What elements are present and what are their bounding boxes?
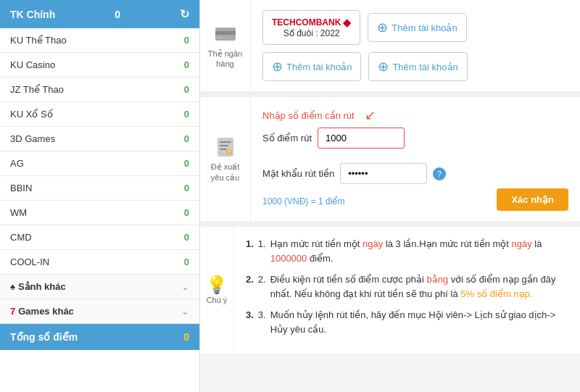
- sidebar-item-value: 0: [184, 59, 189, 70]
- techcombank-name: TECHCOMBANK: [272, 17, 341, 28]
- svg-rect-1: [215, 31, 236, 35]
- sidebar-item-label: KU Thể Thao: [10, 35, 67, 46]
- sidebar-item-label: KU Xổ Số: [10, 109, 53, 120]
- points-form-group: Số điểm rút: [262, 128, 405, 149]
- sidebar-item-label: BBIN: [10, 183, 32, 193]
- points-section: Đề xuất yêu cầu Nhập số điểm cần rút ↙ S…: [200, 97, 580, 227]
- sidebar-item-label: AG: [10, 158, 24, 169]
- highlight-fee: 5% số điểm nạp.: [460, 288, 532, 299]
- bulb-icon: 💡: [206, 275, 228, 295]
- sidebar-section-label: Games khác: [18, 306, 181, 317]
- highlight-bang: bằng: [426, 274, 448, 285]
- sidebar-item-label: COOL-IN: [10, 257, 49, 267]
- sidebar-item-value: 0: [184, 35, 189, 46]
- notice-text-3: Muốn hủy lệnh rút tiền, hãy đến mục Hội …: [270, 308, 568, 336]
- notice-section-content: 1. Hạn mức rút tiền một ngày là 3 lần.Hạ…: [234, 227, 580, 354]
- bank-card-techcombank[interactable]: TECHCOMBANK ◆ Số đuôi : 2022: [262, 10, 360, 45]
- sidebar-footer: Tổng số điểm 0: [0, 324, 199, 350]
- add-account-label: Thêm tài khoản: [392, 62, 457, 72]
- sidebar-item-value: 0: [184, 84, 189, 95]
- sidebar-item-ku-thethao[interactable]: KU Thể Thao 0: [0, 28, 199, 53]
- refresh-icon[interactable]: ↻: [180, 7, 189, 21]
- notice-item-3: 3. Muốn hủy lệnh rút tiền, hãy đến mục H…: [246, 308, 568, 336]
- rate-text: 1000 (VNĐ) = 1 điểm: [262, 196, 344, 207]
- main-content: Thẻ ngân hàng TECHCOMBANK ◆ Số đuôi : 20…: [200, 0, 580, 392]
- hint-text: Nhập số điểm cần rút ↙: [262, 107, 568, 123]
- sidebar-item-wm[interactable]: WM 0: [0, 201, 199, 225]
- sidebar-item-value: 0: [184, 257, 189, 267]
- sidebar-section-games-khac[interactable]: 7 Games khác ⌄: [0, 299, 199, 324]
- points-label: Số điểm rút: [262, 133, 312, 143]
- spade-icon: ♠: [10, 281, 15, 292]
- sidebar-balance: 0: [115, 9, 120, 20]
- notice-item-1: 1. Hạn mức rút tiền một ngày là 3 lần.Hạ…: [246, 237, 568, 265]
- notice-section: 💡 Chú ý 1. Hạn mức rút tiền một ngày là …: [200, 227, 580, 354]
- points-input[interactable]: [318, 128, 405, 149]
- plus-icon: ⊕: [377, 20, 388, 36]
- notice-number-1: 1.: [258, 237, 266, 265]
- sidebar-item-value: 0: [184, 183, 189, 193]
- notice-section-label: Chú ý: [207, 295, 228, 305]
- bank-section-icon-area: Thẻ ngân hàng: [200, 0, 251, 91]
- highlight-day-1: ngày: [362, 238, 383, 249]
- svg-rect-5: [220, 145, 228, 146]
- sidebar-item-coolin[interactable]: COOL-IN 0: [0, 250, 199, 275]
- sidebar-item-value: 0: [184, 133, 189, 144]
- bank-logo: TECHCOMBANK ◆: [272, 17, 351, 28]
- bank-section-label: Thẻ ngân hàng: [206, 49, 244, 70]
- svg-rect-2: [217, 37, 223, 38]
- add-account-btn-1[interactable]: ⊕ Thêm tài khoản: [368, 13, 466, 42]
- sidebar-item-jz-thethao[interactable]: JZ Thể Thao 0: [0, 78, 199, 102]
- sidebar-header-label: TK Chính: [10, 9, 55, 20]
- add-account-label: Thêm tài khoản: [392, 22, 457, 33]
- sidebar: TK Chính 0 ↻ KU Thể Thao 0 KU Casino 0 J…: [0, 0, 200, 392]
- sidebar-item-value: 0: [184, 207, 189, 218]
- help-icon[interactable]: ?: [433, 167, 446, 180]
- sidebar-item-bbin[interactable]: BBIN 0: [0, 176, 199, 201]
- plus-icon: ⊕: [378, 59, 389, 75]
- password-input[interactable]: [340, 163, 427, 184]
- request-icon: [214, 135, 237, 159]
- arrow-down-icon: ↙: [365, 107, 376, 123]
- chevron-down-icon: ⌄: [181, 281, 189, 292]
- password-form-group: Mật khẩu rút tiền ?: [262, 163, 446, 184]
- sidebar-section-sanh-khac[interactable]: ♠ Sảnh khác ⌄: [0, 275, 199, 299]
- techcombank-diamond-icon: ◆: [343, 17, 351, 28]
- points-section-icon-area: Đề xuất yêu cầu: [200, 97, 251, 221]
- sidebar-total-value: 0: [183, 331, 189, 343]
- sidebar-item-ku-xoso[interactable]: KU Xổ Số 0: [0, 102, 199, 127]
- add-account-btn-2[interactable]: ⊕ Thêm tài khoản: [262, 52, 361, 81]
- sidebar-item-label: CMD: [10, 232, 32, 243]
- sidebar-footer-label: Tổng số điểm: [10, 331, 78, 343]
- sidebar-item-value: 0: [184, 109, 189, 120]
- notice-section-icon-area: 💡 Chú ý: [200, 227, 234, 354]
- sidebar-item-ag[interactable]: AG 0: [0, 151, 199, 176]
- bank-section-content: TECHCOMBANK ◆ Số đuôi : 2022 ⊕ Thêm tài …: [251, 0, 580, 91]
- points-section-content: Nhập số điểm cần rút ↙ Số điểm rút Mật k…: [251, 97, 580, 221]
- svg-rect-4: [220, 141, 231, 143]
- sidebar-item-label: KU Casino: [10, 59, 55, 70]
- notice-number-3: 3.: [258, 308, 266, 336]
- bank-cards-list: TECHCOMBANK ◆ Số đuôi : 2022 ⊕ Thêm tài …: [262, 10, 568, 81]
- highlight-amount: 1000000: [270, 253, 307, 264]
- notice-text-1: Hạn mức rút tiền một ngày là 3 lần.Hạn m…: [270, 237, 568, 265]
- sidebar-item-label: 3D Games: [10, 133, 55, 144]
- sidebar-item-label: WM: [10, 207, 27, 218]
- password-label: Mật khẩu rút tiền: [262, 168, 334, 179]
- notice-list: 1. Hạn mức rút tiền một ngày là 3 lần.Hạ…: [246, 237, 568, 336]
- notice-number-2: 2.: [258, 272, 266, 301]
- sidebar-item-value: 0: [184, 158, 189, 169]
- bank-section: Thẻ ngân hàng TECHCOMBANK ◆ Số đuôi : 20…: [200, 0, 580, 97]
- sidebar-header: TK Chính 0 ↻: [0, 0, 199, 28]
- sidebar-item-3dgames[interactable]: 3D Games 0: [0, 127, 199, 151]
- notice-text-2: Điều kiện rút tiền số điểm cược phải bằn…: [270, 272, 568, 301]
- points-section-label: Đề xuất yêu cầu: [206, 162, 244, 183]
- sidebar-item-ku-casino[interactable]: KU Casino 0: [0, 53, 199, 78]
- add-account-btn-3[interactable]: ⊕ Thêm tài khoản: [368, 52, 467, 81]
- confirm-button[interactable]: Xác nhận: [497, 188, 568, 211]
- add-account-label: Thêm tài khoản: [286, 62, 352, 72]
- plus-icon: ⊕: [272, 59, 283, 75]
- sidebar-item-value: 0: [184, 232, 189, 243]
- sidebar-item-cmd[interactable]: CMD 0: [0, 225, 199, 250]
- bank-suffix: Số đuôi : 2022: [283, 28, 340, 38]
